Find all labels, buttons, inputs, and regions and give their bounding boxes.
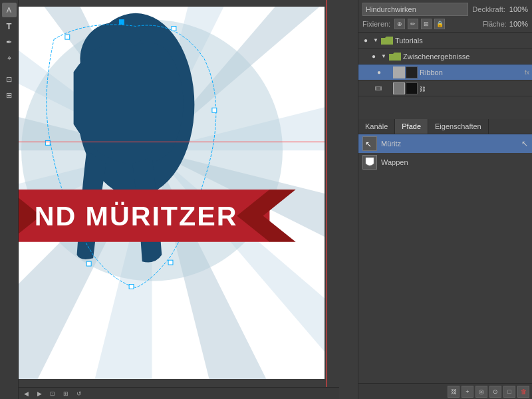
path-name-wappen: Wappen [381,158,408,166]
layer-thumbs-ribbon [393,66,418,78]
svg-rect-17 [119,20,124,25]
layer-eye-zwischen[interactable]: ● [369,52,378,61]
panel-bottom: ⛓ + ◎ ⊙ □ 🗑 [358,383,532,399]
path-tool-btn[interactable]: ⌖ [2,51,17,65]
layer-tutorials[interactable]: ● ▼ Tutorials [358,33,532,49]
path-thumb-mueritz: ↖ [362,136,377,151]
svg-rect-16 [65,35,70,39]
path-wappen[interactable]: Wappen [358,153,532,172]
vertical-guide [326,0,327,387]
layer-expand-zwischen[interactable]: ▼ [380,53,387,60]
path-cursor-indicator: ↖ [521,139,528,148]
zoom-in-btn[interactable]: ▶ [35,389,44,398]
app-container: A T ✒ ⌖ ⊡ ⊞ [0,0,532,399]
flaeche-value: 100% [509,20,528,28]
rotate-btn[interactable]: ↺ [74,389,84,398]
svg-rect-23 [86,261,91,266]
move-tool[interactable]: A [2,3,17,17]
path-mueritz[interactable]: ↖ Müritz ↖ [358,134,532,153]
layers-list: ● ▼ Tutorials ● ▼ Zwischenergebn [358,33,532,119]
actual-size-btn[interactable]: ⊞ [61,389,70,398]
svg-text:ND MÜRITZER: ND MÜRITZER [35,201,238,231]
canvas-area: A T ✒ ⌖ ⊡ ⊞ [0,0,339,399]
layers-top-controls: Hindurchwirken Deckkraft: 100% Fixieren:… [358,0,532,33]
fit-btn[interactable]: ⊡ [48,389,57,398]
fix-art-icon[interactable]: ⊞ [421,19,432,29]
layer-name-ribbon: Ribbon [420,68,523,76]
layer-thumb-mask [393,82,418,94]
fix-position-icon[interactable]: ⊕ [394,19,405,29]
tab-kanaele[interactable]: Kanäle [358,119,395,134]
fixieren-row: Fixieren: ⊕ ✏ ⊞ 🔒 Fläche: 100% [362,19,528,29]
text-tool[interactable]: T [2,19,17,33]
blend-mode-select[interactable]: Hindurchwirken [362,3,468,16]
make-workpath-btn[interactable]: ⊙ [489,386,501,398]
layer-expand-ribbon [386,69,391,76]
flaeche-label: Fläche: [483,20,507,28]
layer-zwischenergebnisse[interactable]: ● ▼ Zwischenergebnisse [358,49,532,65]
paths-panel: ↖ Müritz ↖ Wappen [358,134,532,383]
fix-paint-icon[interactable]: ✏ [408,19,418,29]
layer-expand-tutorials[interactable]: ▼ [372,37,379,44]
new-path-btn[interactable]: □ [503,386,515,398]
path-name-mueritz: Müritz [381,140,401,148]
svg-text:↖: ↖ [365,140,372,149]
layer-mask-row[interactable]: ⛓ [358,80,532,96]
pen-tool-btn[interactable]: ✒ [2,35,17,49]
path-to-selection-btn[interactable]: ◎ [475,386,487,398]
delete-path-btn[interactable]: 🗑 [517,386,529,398]
layer-eye-mask [374,84,384,93]
status-bar: ◀ ▶ ⊡ ⊞ ↺ [19,387,339,399]
hand-tool-btn[interactable]: ⊞ [2,88,17,102]
svg-rect-28 [376,87,380,90]
opacity-value: 100% [509,5,528,13]
svg-rect-18 [172,26,176,31]
add-bottom-btn[interactable]: + [462,386,473,398]
opacity-label: Deckkraft: [472,5,505,13]
svg-rect-24 [45,140,50,145]
layer-name-zwischen: Zwischenergebnisse [403,53,529,61]
layer-thumb-zwischen [389,51,401,63]
blend-opacity-row: Hindurchwirken Deckkraft: 100% [362,3,528,16]
layer-fx-ribbon: fx [525,69,529,76]
tabs-row: Kanäle Pfade Eigenschaften [358,119,532,134]
link-bottom-btn[interactable]: ⛓ [448,386,460,398]
layer-chain-icon: ⛓ [420,84,529,93]
right-panel: Hindurchwirken Deckkraft: 100% Fixieren:… [358,0,532,399]
svg-rect-19 [212,108,217,112]
artwork-canvas: ND MÜRITZER [19,7,325,379]
layer-thumb-tutorials [381,35,393,47]
tab-eigenschaften[interactable]: Eigenschaften [428,119,489,134]
svg-rect-21 [168,260,173,265]
artwork-svg: ND MÜRITZER [19,7,325,379]
fixieren-label: Fixieren: [362,20,390,28]
layer-name-tutorials: Tutorials [395,37,529,45]
shape-tool-btn[interactable]: ⊡ [2,72,17,86]
layer-ribbon[interactable]: ● Ribbon fx [358,65,532,80]
tool-panel: A T ✒ ⌖ ⊡ ⊞ [0,0,19,399]
layer-eye-tutorials[interactable]: ● [361,36,370,45]
zoom-out-btn[interactable]: ◀ [21,389,31,398]
fix-lock-icon[interactable]: 🔒 [434,19,445,29]
tab-pfade[interactable]: Pfade [395,119,428,134]
path-thumb-wappen [362,155,377,170]
svg-rect-22 [129,285,134,289]
layer-eye-ribbon[interactable]: ● [374,68,384,77]
